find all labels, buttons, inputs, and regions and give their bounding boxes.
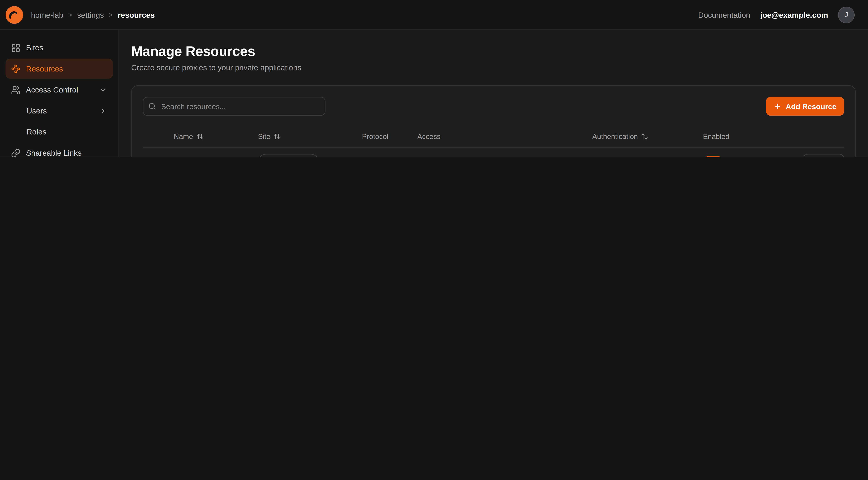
main-content: Manage Resources Create secure proxies t… bbox=[119, 30, 868, 157]
resources-card: Add Resource Name Site P bbox=[131, 85, 856, 157]
sort-icon bbox=[274, 133, 281, 140]
header-access-label: Access bbox=[417, 132, 440, 141]
sidebar-item-access-control[interactable]: Access Control bbox=[6, 80, 113, 99]
plus-icon bbox=[774, 102, 782, 110]
breadcrumb-home-lab[interactable]: home-lab bbox=[31, 10, 63, 19]
table-row: Immich Home Lab TCP https://immich.examp… bbox=[143, 148, 844, 157]
breadcrumb-separator: > bbox=[68, 11, 72, 19]
sidebar-item-sites[interactable]: Sites bbox=[6, 38, 113, 58]
enabled-toggle[interactable] bbox=[703, 156, 723, 157]
chevron-down-icon bbox=[99, 86, 107, 94]
sidebar-item-label: Sites bbox=[26, 43, 43, 52]
breadcrumb-resources: resources bbox=[118, 10, 155, 19]
header-site-label: Site bbox=[258, 132, 270, 141]
edit-button[interactable]: Edit bbox=[803, 154, 844, 157]
table-header-row: Name Site Protocol Access Authentication bbox=[143, 126, 844, 148]
waypoints-icon bbox=[11, 64, 21, 73]
users-icon bbox=[11, 85, 21, 94]
resources-table: Name Site Protocol Access Authentication bbox=[143, 126, 844, 157]
breadcrumb-settings[interactable]: settings bbox=[77, 10, 104, 19]
breadcrumb: home-lab > settings > resources bbox=[31, 10, 155, 19]
header-protocol-label: Protocol bbox=[362, 132, 389, 141]
header-protocol: Protocol bbox=[362, 132, 417, 141]
link-icon bbox=[11, 148, 21, 157]
header-name-label: Name bbox=[174, 132, 193, 141]
page-subtitle: Create secure proxies to your private ap… bbox=[131, 63, 856, 72]
sidebar-item-label: Shareable Links bbox=[26, 148, 82, 157]
search-icon bbox=[148, 102, 156, 110]
user-email: joe@example.com bbox=[760, 10, 828, 19]
search-input[interactable] bbox=[143, 97, 326, 116]
breadcrumb-separator: > bbox=[109, 11, 113, 19]
topbar: home-lab > settings > resources Document… bbox=[0, 0, 868, 30]
sidebar-item-label: Resources bbox=[26, 64, 63, 73]
chevron-right-icon bbox=[99, 107, 107, 115]
site-cell: Home Lab bbox=[258, 154, 362, 157]
sidebar-item-label: Users bbox=[27, 106, 47, 115]
page-title: Manage Resources bbox=[131, 43, 856, 59]
avatar[interactable]: J bbox=[838, 6, 855, 23]
sidebar-item-label: Access Control bbox=[26, 85, 78, 94]
sidebar: Sites Resources Access Control Users bbox=[0, 30, 119, 157]
sidebar-item-users[interactable]: Users bbox=[6, 101, 113, 121]
header-site[interactable]: Site bbox=[258, 132, 362, 141]
app-root: home-lab > settings > resources Document… bbox=[0, 0, 868, 157]
sidebar-item-label: Roles bbox=[27, 127, 46, 136]
documentation-link[interactable]: Documentation bbox=[698, 10, 750, 19]
grid-icon bbox=[11, 43, 21, 52]
header-authentication[interactable]: Authentication bbox=[592, 132, 703, 141]
resource-rows: Immich Home Lab TCP https://immich.examp… bbox=[143, 148, 844, 157]
add-resource-button[interactable]: Add Resource bbox=[766, 97, 844, 116]
app-logo-icon[interactable] bbox=[6, 6, 23, 24]
site-link[interactable]: Home Lab bbox=[258, 154, 319, 157]
sidebar-nav: Sites Resources Access Control Users bbox=[6, 38, 113, 157]
sort-icon bbox=[641, 133, 649, 140]
sort-icon bbox=[196, 133, 204, 140]
header-enabled: Enabled bbox=[703, 132, 779, 141]
search-box bbox=[143, 97, 326, 116]
header-name[interactable]: Name bbox=[174, 132, 258, 141]
card-toolbar: Add Resource bbox=[143, 97, 844, 116]
header-enabled-label: Enabled bbox=[703, 132, 730, 141]
add-resource-label: Add Resource bbox=[786, 102, 836, 111]
sidebar-item-shareable-links[interactable]: Shareable Links bbox=[6, 143, 113, 157]
header-authentication-label: Authentication bbox=[592, 132, 638, 141]
sidebar-item-resources[interactable]: Resources bbox=[6, 59, 113, 79]
edit-cell: Edit bbox=[779, 154, 844, 157]
header-access: Access bbox=[417, 132, 592, 141]
sidebar-item-roles[interactable]: Roles bbox=[6, 122, 113, 142]
enabled-cell bbox=[703, 156, 779, 157]
